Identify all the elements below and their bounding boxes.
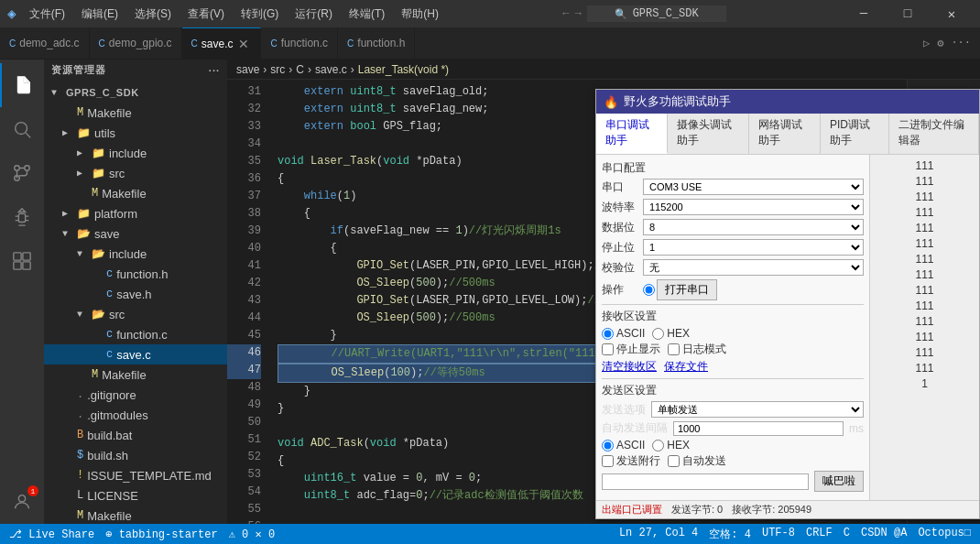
item-label: Makefile [87,106,131,120]
run-icon[interactable]: ▷ [923,37,930,50]
auto-send-interval[interactable] [673,421,844,436]
spaces-status[interactable]: 空格: 4 [709,527,751,542]
sidebar-root-item[interactable]: ▼ GPRS_C_SDK [44,82,227,103]
auto-send-row: 自动发送间隔 ms [602,420,864,436]
more-icon[interactable]: ··· [951,37,971,49]
sidebar-item-save-c[interactable]: c save.c [44,344,227,364]
sidebar-more-icon[interactable]: ··· [209,65,220,76]
sidebar-item-gitignore[interactable]: . .gitignore [44,385,227,405]
maximize-button[interactable]: □ [887,0,929,27]
stopbits-select[interactable]: 1 [643,239,864,256]
serial-tab-uart[interactable]: 串口调试助手 [596,114,668,154]
stop-display-check[interactable] [602,343,614,355]
breadcrumb-src[interactable]: src [270,63,285,76]
tab-demo-gpio[interactable]: C demo_gpio.c [90,27,182,60]
send-options-select[interactable]: 单帧发送 [651,401,864,418]
menu-edit[interactable]: 编辑(E) [74,5,125,24]
menu-select[interactable]: 选择(S) [127,5,179,24]
live-share-status[interactable]: ⎇ Live Share [9,528,94,541]
data-row: 1 [874,376,975,392]
tab-close-button[interactable]: ✕ [236,37,251,51]
send-appendline-check[interactable] [602,455,614,467]
search-text[interactable]: GPRS_C_SDK [633,7,699,20]
sidebar-item-include2[interactable]: ▼ 📂 include [44,244,227,264]
auto-send-check[interactable] [668,455,680,467]
sidebar-item-makefile4[interactable]: M Makefile [44,506,227,524]
sidebar-item-build-sh[interactable]: $ build.sh [44,445,227,465]
databits-select[interactable]: 8 [643,219,864,235]
git-branch-status[interactable]: ⊕ tabbing-starter [105,528,217,541]
send-data-input[interactable] [602,473,809,490]
minimize-button[interactable]: ─ [843,0,885,27]
sidebar-item-function-h[interactable]: c function.h [44,264,227,284]
serial-tab-network[interactable]: 网络调试助手 [749,114,821,154]
sidebar-item-save-h[interactable]: c save.h [44,284,227,304]
clear-receive-button[interactable]: 清空接收区 [602,359,657,375]
tab-demo-adc[interactable]: C demo_adc.c [0,27,90,60]
sidebar-item-utils[interactable]: ▶ 📁 utils [44,123,227,143]
sidebar-item-save[interactable]: ▼ 📂 save [44,223,227,244]
breadcrumb-func[interactable]: Laser_Task(void *) [358,63,449,76]
source-control-icon[interactable] [0,151,44,195]
ascii-radio[interactable] [602,328,614,340]
sidebar-item-platform[interactable]: ▶ 📁 platform [44,203,227,223]
sidebar-item-license[interactable]: L LICENSE [44,485,227,506]
send-button[interactable]: 嘁巴啦 [814,471,864,492]
menu-file[interactable]: 文件(F) [22,5,72,24]
breadcrumb-save[interactable]: save [236,63,259,76]
sidebar-item-src1[interactable]: ▶ 📁 src [44,163,227,183]
theme-status[interactable]: Octopus□ [918,527,971,542]
sidebar-item-function-c[interactable]: c function.c [44,324,227,344]
debug-icon[interactable] [0,195,44,239]
tab-function-h[interactable]: C function.h [338,27,415,60]
sidebar-item-src2[interactable]: ▼ 📂 src [44,304,227,324]
line-ending-status[interactable]: CRLF [806,527,833,542]
sidebar-item-makefile2[interactable]: M Makefile [44,183,227,203]
open-radio[interactable] [643,284,655,296]
serial-tab-pid[interactable]: PID调试助手 [821,114,889,154]
close-button[interactable]: ✕ [931,0,973,27]
code-editor[interactable]: 31323334 35363738 39404142 434445 46 47 … [227,80,980,524]
language-status[interactable]: C [844,527,850,542]
baud-select[interactable]: 115200 [643,199,864,215]
back-arrow[interactable]: ← [562,7,569,20]
breadcrumb-file[interactable]: save.c [315,63,347,76]
item-label: build.sh [87,449,128,462]
serial-tab-camera[interactable]: 摄像头调试助手 [668,114,748,154]
save-file-button[interactable]: 保存文件 [664,359,708,375]
errors-status[interactable]: ⚠ 0 ✕ 0 [229,528,275,541]
breadcrumb-c[interactable]: C [296,63,304,76]
serial-tab-binary[interactable]: 二进制文件编辑器 [889,114,979,154]
open-port-button[interactable]: 打开串口 [657,279,717,300]
menu-run[interactable]: 运行(R) [288,5,340,24]
encoding-status[interactable]: UTF-8 [762,527,795,542]
settings-icon[interactable]: ⚙ [937,37,943,50]
line-col-status[interactable]: Ln 27, Col 4 [619,527,698,542]
log-mode-check[interactable] [668,343,680,355]
sidebar-item-build-bat[interactable]: B build.bat [44,425,227,445]
sidebar-item-gitmodules[interactable]: . .gitmodules [44,405,227,425]
user-status[interactable]: CSDN @A [861,527,907,542]
extensions-icon[interactable] [0,239,44,283]
folder-open-icon: 📂 [77,227,91,241]
hex-radio[interactable] [652,328,664,340]
sidebar-item-include1[interactable]: ▶ 📁 include [44,143,227,163]
search-activity-icon[interactable] [0,107,44,151]
send-hex-radio[interactable] [652,440,664,452]
account-icon[interactable]: 1 [0,480,44,524]
send-appendline-label: 发送附行 [602,453,660,469]
forward-arrow[interactable]: → [574,7,581,20]
send-ascii-radio[interactable] [602,440,614,452]
menu-help[interactable]: 帮助(H) [394,5,446,24]
sidebar-item-makefile1[interactable]: M Makefile [44,103,227,123]
menu-goto[interactable]: 转到(G) [234,5,286,24]
menu-view[interactable]: 查看(V) [180,5,232,24]
tab-save-c[interactable]: C save.c ✕ [182,27,262,60]
sidebar-item-makefile3[interactable]: M Makefile [44,364,227,385]
explorer-icon[interactable] [0,63,44,107]
port-select[interactable]: COM3 USE [643,179,864,195]
sidebar-item-issue[interactable]: ! ISSUE_TEMPLATE.md [44,465,227,485]
menu-terminal[interactable]: 终端(T) [342,5,392,24]
parity-select[interactable]: 无 [643,259,864,276]
tab-function-c[interactable]: C function.c [261,27,338,60]
